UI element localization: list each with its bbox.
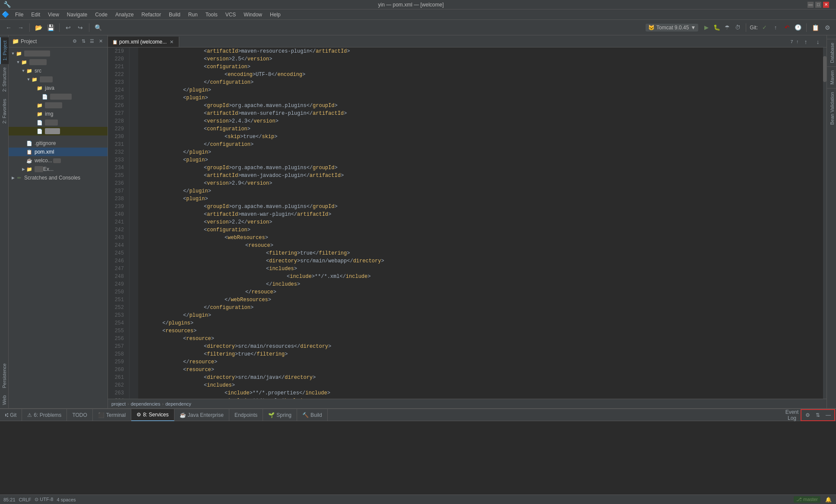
tab-xml-icon: 📋 [112,40,117,44]
profile-btn[interactable]: ⏱ [733,23,742,32]
tab-label: pom.xml (welcome... [119,39,167,45]
tab-endpoints[interactable]: Endpoints [229,409,263,421]
status-branch[interactable]: ⎇ master [794,496,820,503]
breadcrumb-project[interactable]: project [111,401,126,406]
tab-terminal[interactable]: ⬛ Terminal [93,409,131,421]
tab-pomxml[interactable]: 📋 pom.xml (welcome... ✕ [108,37,179,47]
git-push-btn[interactable]: ↑ [771,23,780,32]
panel-sort-btn[interactable]: ⇅ [814,411,822,419]
editor-tabs: 📋 pom.xml (welcome... ✕ 7 ↑ ↑ ↓ [108,35,826,47]
tree-item-highlighted[interactable]: 📄 ●●●● [9,127,108,135]
bottom-content [0,421,836,495]
tree-item-main[interactable]: ▼ 📁 ●●● [9,75,108,84]
window-controls[interactable]: — □ ✕ [808,2,829,8]
app-logo: 🔷 [2,11,9,18]
favorites-tab-icon[interactable]: 2: Favorites [0,95,8,127]
menu-item-view[interactable]: View [44,11,63,19]
forward-btn[interactable]: → [16,22,26,33]
menu-item-build[interactable]: Build [165,11,184,19]
scroll-thumb[interactable] [823,56,826,82]
search-btn[interactable]: 🔍 [93,22,103,33]
ln-226: 226 [108,102,126,110]
redo-btn[interactable]: ↪ [75,22,86,33]
vcs-btn[interactable]: 📋 [810,22,820,33]
ln-247: 247 [108,265,126,273]
project-header: 📁 Project ⚙ ⇅ ☰ ✕ [9,35,108,47]
run-config-selector[interactable]: 🐱 Tomcat 9.0.45 ▼ [646,24,698,32]
persistence-tab-icon[interactable]: Persistence [0,360,8,391]
project-settings-btn[interactable]: ⚙ [71,38,78,45]
collapse-btn[interactable]: ↓ [813,37,823,47]
menu-item-code[interactable]: Code [92,11,111,19]
undo-btn[interactable]: ↩ [63,22,73,33]
project-options-btn[interactable]: ☰ [89,38,95,45]
code-line-257: <directory>src/main/resources</directory… [142,343,823,350]
panel-minimize-btn[interactable]: — [824,411,833,419]
tree-item-root[interactable]: ▼ 📁 ●●●●●● [9,49,108,58]
menu-item-analyze[interactable]: Analyze [112,11,137,19]
menu-item-refactor[interactable]: Refactor [138,11,165,19]
tab-todo[interactable]: TODO [67,409,92,421]
coverage-btn[interactable]: ☂ [722,23,732,32]
vertical-scrollbar[interactable] [823,47,826,399]
tab-problems[interactable]: ⚠ 6: Problems [22,409,67,421]
tree-item-blurred1[interactable]: ▼ 📁 ●●●● [9,58,108,66]
tab-java-enterprise[interactable]: ☕ Java Enterprise [174,409,229,421]
menu-item-tools[interactable]: Tools [202,11,221,19]
debug-btn[interactable]: 🐛 [712,23,722,32]
menu-item-vcs[interactable]: VCS [222,11,240,19]
git-update-btn[interactable]: ✓ [760,23,769,32]
event-log-btn[interactable]: Event Log [788,411,796,419]
tab-git[interactable]: ⑆ Git [0,409,22,421]
tree-item-scratches[interactable]: ▶ ✏ Scratches and Consoles [9,173,108,182]
tree-item-img[interactable]: 📁 img [9,110,108,118]
tree-item-gitignore[interactable]: 📄 .gitignore [9,139,108,148]
git-history-btn[interactable]: 🕐 [793,23,803,32]
menu-item-help[interactable]: Help [266,11,284,19]
maximize-btn[interactable]: □ [815,2,821,8]
tab-build[interactable]: 🔨 Build [297,409,328,421]
panel-settings-btn[interactable]: ⚙ [803,411,812,419]
run-btn[interactable]: ▶ [702,23,711,32]
code-line-234: <groupId>org.apache.maven.plugins</group… [142,164,823,172]
project-close-btn[interactable]: ✕ [97,38,104,45]
tab-services[interactable]: ⚙ 8: Services [131,409,174,421]
tab-spring[interactable]: 🌱 Spring [263,409,297,421]
structure-tab-icon[interactable]: 2: Structure [0,64,8,95]
code-content[interactable]: <artifactId>maven-resources-plugin</arti… [138,47,823,399]
gutter [130,47,138,399]
project-sort-btn[interactable]: ⇅ [80,38,87,45]
tree-item-blurred3[interactable]: 📁 ●●●● [9,101,108,110]
status-notifications-btn[interactable]: 🔔 [824,495,833,504]
menu-item-run[interactable]: Run [185,11,201,19]
project-tab-icon[interactable]: 1: Project [0,37,9,64]
tree-item-src[interactable]: ▼ 📁 src [9,66,108,75]
ln-252: 252 [108,304,126,312]
menu-item-window[interactable]: Window [240,11,266,19]
tree-item-pomxml[interactable]: 📋 pom.xml [9,148,108,156]
git-rollback-btn[interactable]: ↶ [782,23,792,32]
save-btn[interactable]: 💾 [45,22,56,33]
menu-item-file[interactable]: File [12,11,27,19]
tree-item-blurred2[interactable]: 📄 ●●●●● [9,92,108,101]
web-tab-icon[interactable]: Web [0,392,8,408]
tree-item-welco[interactable]: ☕ welco... ●●● [9,156,108,165]
breadcrumb-dependencies[interactable]: dependencies [131,401,161,406]
tab-maven[interactable]: Maven [827,66,836,88]
tree-item-ex[interactable]: ▶ 📁 ●● Ex... [9,165,108,173]
back-btn[interactable]: ← [3,22,14,33]
expand-btn[interactable]: ↑ [801,37,811,47]
tab-bean-validation[interactable]: Bean Validation [827,88,836,128]
open-btn[interactable]: 📂 [33,22,44,33]
breadcrumb-dependency[interactable]: dependency [165,401,191,406]
tab-database[interactable]: Database [827,39,836,66]
problems-icon: ⚠ [27,412,32,418]
tree-item-blurred4[interactable]: 📄 ●●● [9,118,108,127]
tree-item-java[interactable]: 📁 java [9,84,108,92]
minimize-btn[interactable]: — [808,2,814,8]
menu-item-navigate[interactable]: Navigate [63,11,91,19]
close-btn[interactable]: ✕ [823,2,829,8]
settings-btn[interactable]: ⚙ [822,22,833,33]
tab-close-btn[interactable]: ✕ [168,39,174,45]
menu-item-edit[interactable]: Edit [28,11,44,19]
